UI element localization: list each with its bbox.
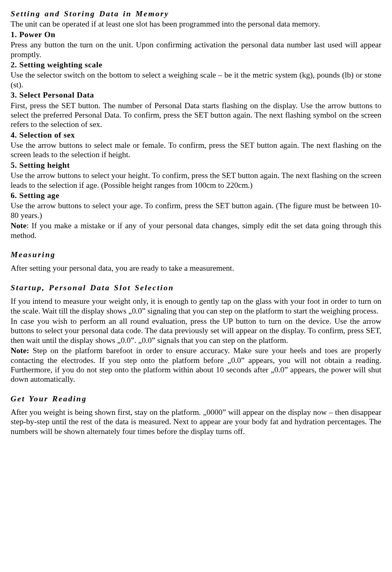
step-5-heading: 5. Setting height [11, 160, 381, 170]
get-reading-text: After you weight is being shown first, s… [11, 407, 381, 436]
step-2-text: Use the selector switch on the bottom to… [11, 70, 381, 89]
step-3-text: First, press the SET button. The number … [11, 101, 381, 129]
section-title-startup: Startup, Personal Data Slot Selection [11, 283, 381, 292]
step-6-text: Use the arrow buttons to select your age… [11, 201, 381, 220]
step-2-heading: 2. Setting weighting scale [11, 60, 381, 69]
note-text: : If you make a mistake or if any of you… [11, 221, 381, 239]
note-text: Step on the platform barefoot in order t… [11, 346, 381, 383]
intro-paragraph: The unit can be operated if at least one… [11, 19, 381, 29]
section-title-get-reading: Get Your Reading [11, 394, 381, 403]
measuring-text: After setting your personal data, you ar… [11, 263, 381, 273]
note-paragraph-2: Note: Step on the platform barefoot in o… [11, 346, 381, 384]
startup-p2: In case you wish to perform an all round… [11, 316, 381, 345]
startup-p1: If you intend to measure your weight onl… [11, 296, 381, 316]
note-label: Note [11, 221, 27, 230]
note-paragraph-1: Note: If you make a mistake or if any of… [11, 221, 381, 240]
note-label: Note: [11, 346, 29, 355]
step-1-text: Press any button the turn on the unit. U… [11, 40, 381, 59]
step-4-text: Use the arrow buttons to select male or … [11, 140, 381, 160]
section-title-setting-storing: Setting and Storing Data in Memory [11, 9, 381, 18]
step-3-heading: 3. Select Personal Data [11, 90, 381, 100]
step-1-heading: 1. Power On [11, 30, 381, 39]
step-5-text: Use the arrow buttons to select your hei… [11, 171, 381, 190]
step-6-heading: 6. Setting age [11, 191, 381, 200]
section-title-measuring: Measuring [11, 250, 381, 259]
step-4-heading: 4. Selection of sex [11, 130, 381, 140]
